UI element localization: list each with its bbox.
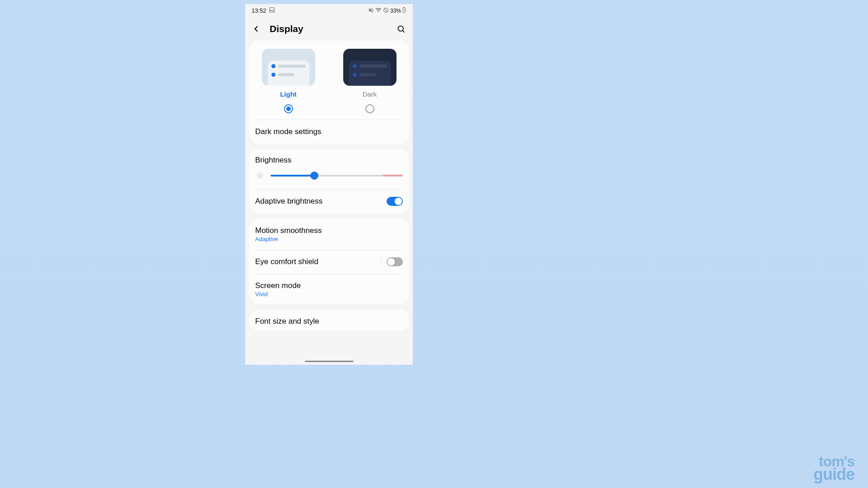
theme-label-light: Light xyxy=(280,90,297,98)
theme-option-dark[interactable]: Dark xyxy=(343,49,397,113)
dark-mode-settings-item[interactable]: Dark mode settings xyxy=(249,120,409,144)
watermark-line2: guide xyxy=(813,468,854,482)
image-icon xyxy=(269,7,275,14)
eye-comfort-shield-label: Eye comfort shield xyxy=(255,257,318,266)
motion-smoothness-item[interactable]: Motion smoothness Adaptive xyxy=(249,219,409,250)
adaptive-brightness-label: Adaptive brightness xyxy=(255,197,322,206)
search-button[interactable] xyxy=(396,23,406,34)
theme-card: Light Dark Dark mode settings xyxy=(249,41,409,144)
font-size-style-label: Font size and style xyxy=(255,317,319,326)
brightness-section: Brightness xyxy=(249,149,409,189)
svg-line-2 xyxy=(384,9,387,12)
svg-line-14 xyxy=(257,178,257,178)
content-area: Light Dark Dark mode settings xyxy=(245,41,413,330)
adaptive-brightness-toggle[interactable] xyxy=(387,197,403,206)
theme-selector: Light Dark xyxy=(249,41,409,120)
theme-label-dark: Dark xyxy=(363,90,377,98)
brightness-card: Brightness Adaptive brightness xyxy=(249,149,409,213)
status-right: 33% xyxy=(368,7,406,14)
battery-percent: 33% xyxy=(390,8,401,14)
mute-icon xyxy=(368,7,374,14)
battery-charging-icon xyxy=(402,7,406,14)
status-left: 13:52 xyxy=(252,7,275,14)
svg-rect-0 xyxy=(269,8,274,13)
light-theme-preview-icon xyxy=(262,49,315,86)
brightness-icon xyxy=(255,171,264,180)
brightness-label: Brightness xyxy=(255,156,403,165)
radio-dark[interactable] xyxy=(365,104,374,113)
dark-theme-preview-icon xyxy=(343,49,397,86)
svg-rect-4 xyxy=(403,7,405,8)
motion-smoothness-label: Motion smoothness xyxy=(255,226,322,235)
header: Display xyxy=(245,17,413,41)
font-size-style-item[interactable]: Font size and style xyxy=(249,310,409,330)
phone-frame: 13:52 33% Display xyxy=(245,4,413,365)
svg-line-10 xyxy=(257,173,257,173)
status-time: 13:52 xyxy=(252,7,266,14)
display-options-card: Motion smoothness Adaptive Eye comfort s… xyxy=(249,219,409,304)
eye-comfort-shield-item[interactable]: Eye comfort shield xyxy=(249,250,409,274)
chevron-left-icon xyxy=(252,24,261,33)
dark-mode-settings-label: Dark mode settings xyxy=(255,127,321,136)
watermark: tom's guide xyxy=(813,455,854,482)
radio-light[interactable] xyxy=(284,104,293,113)
dnd-icon xyxy=(383,7,389,14)
eye-comfort-shield-toggle[interactable] xyxy=(387,257,403,266)
screen-mode-value: Vivid xyxy=(255,291,301,297)
wifi-icon xyxy=(375,7,382,14)
slider-thumb[interactable] xyxy=(310,172,318,180)
home-indicator[interactable] xyxy=(305,361,354,362)
brightness-slider[interactable] xyxy=(271,175,403,177)
back-button[interactable] xyxy=(251,23,261,34)
adaptive-brightness-item[interactable]: Adaptive brightness xyxy=(249,190,409,213)
svg-line-11 xyxy=(262,178,262,178)
svg-line-6 xyxy=(403,31,405,33)
screen-mode-label: Screen mode xyxy=(255,281,301,290)
brightness-control xyxy=(255,171,403,180)
screen-mode-item[interactable]: Screen mode Vivid xyxy=(249,274,409,304)
svg-line-15 xyxy=(262,173,262,173)
page-title: Display xyxy=(270,23,387,34)
motion-smoothness-value: Adaptive xyxy=(255,236,322,242)
theme-option-light[interactable]: Light xyxy=(262,49,315,113)
search-icon xyxy=(397,24,406,33)
font-card: Font size and style xyxy=(249,310,409,330)
svg-point-7 xyxy=(258,174,261,177)
status-bar: 13:52 33% xyxy=(245,4,413,17)
toggle-divider xyxy=(381,257,381,266)
